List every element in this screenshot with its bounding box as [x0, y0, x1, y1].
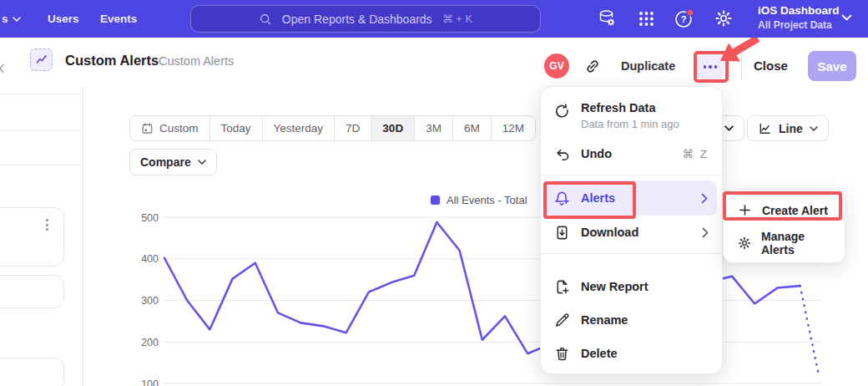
left-sidebar-panel: [0, 88, 83, 386]
menu-item-rename[interactable]: Rename: [541, 303, 722, 337]
chevron-right-icon: [702, 227, 709, 238]
chart-legend: All Events - Total: [431, 194, 527, 206]
share-link-icon[interactable]: [583, 58, 602, 74]
header-divider: [741, 53, 742, 80]
submenu-item-create-alert[interactable]: Create Alert: [724, 194, 845, 226]
more-options-button[interactable]: [697, 54, 724, 79]
svg-text:?: ?: [681, 14, 687, 24]
panel-divider: [0, 94, 81, 94]
avatar[interactable]: GV: [544, 53, 569, 79]
settings-gear-icon[interactable]: [713, 8, 734, 29]
compare-button[interactable]: Compare: [129, 149, 217, 175]
menu-item-label: Refresh Data: [581, 101, 679, 114]
range-30d-selected[interactable]: 30D: [371, 116, 415, 140]
submenu-item-label: Create Alert: [762, 204, 828, 217]
range-7d[interactable]: 7D: [335, 116, 371, 140]
undo-shortcut: ⌘ Z: [683, 147, 709, 160]
gear-icon: [737, 235, 752, 251]
apps-grid-icon[interactable]: [635, 8, 657, 29]
y-tick-label: 100: [141, 378, 159, 386]
nav-item-events[interactable]: Events: [100, 0, 137, 38]
range-12m[interactable]: 12M: [492, 116, 535, 140]
kebab-menu-icon[interactable]: [46, 219, 48, 231]
help-icon[interactable]: ?: [674, 8, 695, 29]
range-today[interactable]: Today: [210, 116, 263, 140]
breadcrumb: Custom Alerts: [159, 54, 234, 68]
range-custom[interactable]: Custom: [130, 116, 210, 140]
range-label: Custom: [159, 122, 199, 135]
alert-card[interactable]: [0, 358, 64, 386]
project-switcher[interactable]: iOS Dashboard All Project Data: [758, 4, 840, 32]
global-search-input[interactable]: Open Reports & Dashboards ⌘ + K: [190, 5, 541, 33]
new-report-icon: [553, 278, 570, 295]
data-management-icon[interactable]: [596, 8, 618, 29]
report-header: Custom Alerts Custom Alerts GV Duplicate…: [0, 38, 868, 88]
refresh-icon: [553, 103, 570, 119]
alert-card[interactable]: [0, 275, 64, 308]
download-icon: [553, 224, 570, 241]
alert-card[interactable]: [0, 207, 64, 267]
y-tick-label: 500: [141, 212, 159, 224]
legend-swatch: [431, 196, 440, 205]
page-title: Custom Alerts: [65, 53, 159, 69]
y-tick-label: 400: [141, 253, 159, 265]
panel-divider: [0, 165, 83, 165]
save-button[interactable]: Save: [808, 51, 856, 81]
menu-item-alerts[interactable]: Alerts: [546, 180, 717, 216]
chevron-down-icon: [198, 160, 206, 165]
line-chart-icon: [758, 122, 772, 135]
menu-item-label: Delete: [581, 347, 618, 360]
search-shortcut: ⌘ + K: [442, 13, 473, 25]
duplicate-button[interactable]: Duplicate: [621, 59, 675, 73]
menu-item-label: Undo: [581, 147, 612, 160]
alerts-submenu: Create Alert Manage Alerts: [723, 189, 845, 263]
calendar-icon: [141, 122, 154, 135]
refresh-subtitle: Data from 1 min ago: [581, 118, 679, 130]
chart-line-projection-dotted: [800, 286, 819, 375]
plus-icon: [737, 202, 753, 218]
date-range-control: Custom Today Yesterday 7D 30D 3M 6M 12M: [129, 115, 536, 141]
panel-divider: [0, 130, 81, 131]
search-placeholder: Open Reports & Dashboards: [282, 13, 432, 26]
chart-type-label: Line: [779, 122, 803, 135]
trash-icon: [553, 345, 570, 362]
top-navbar: s Users Events Open Reports & Dashboards…: [0, 0, 868, 38]
nav-item-users[interactable]: Users: [48, 0, 79, 38]
report-icon: [30, 48, 53, 71]
chart-type-button[interactable]: Line: [747, 115, 829, 141]
range-3m[interactable]: 3M: [415, 116, 453, 140]
context-menu: Refresh Data Data from 1 min ago Undo ⌘ …: [540, 86, 723, 374]
project-scope: All Project Data: [758, 19, 840, 31]
search-icon: [259, 13, 272, 26]
chevron-down-icon: [810, 126, 818, 131]
cut-chevron-icon: [0, 63, 4, 74]
menu-item-label: Download: [581, 226, 638, 239]
pencil-icon: [553, 312, 570, 328]
menu-item-undo[interactable]: Undo ⌘ Z: [541, 137, 722, 170]
alert-bell-icon: [553, 190, 570, 206]
menu-item-label: Alerts: [581, 191, 615, 205]
chevron-down-icon: [724, 125, 734, 131]
submenu-item-label: Manage Alerts: [761, 230, 836, 256]
submenu-item-manage-alerts[interactable]: Manage Alerts: [724, 226, 845, 259]
nav-item-cut-label: s: [2, 13, 8, 25]
menu-item-label: New Report: [581, 280, 648, 293]
menu-item-refresh-data[interactable]: Refresh Data Data from 1 min ago: [541, 97, 722, 137]
dashboard-name: iOS Dashboard: [758, 4, 840, 18]
menu-item-download[interactable]: Download: [541, 216, 722, 249]
nav-item-cut[interactable]: s: [2, 0, 21, 38]
undo-icon: [553, 145, 570, 162]
y-tick-label: 200: [141, 337, 159, 348]
range-6m[interactable]: 6M: [453, 116, 492, 140]
range-yesterday[interactable]: Yesterday: [263, 116, 336, 140]
legend-label: All Events - Total: [447, 194, 527, 206]
chevron-down-icon[interactable]: [841, 14, 852, 21]
menu-divider: [541, 253, 722, 254]
menu-item-new-report[interactable]: New Report: [541, 270, 722, 303]
menu-item-delete[interactable]: Delete: [541, 337, 722, 370]
y-tick-label: 300: [141, 295, 159, 307]
compare-label: Compare: [140, 155, 191, 169]
close-button[interactable]: Close: [754, 58, 788, 73]
chevron-right-icon: [701, 193, 708, 204]
menu-item-label: Rename: [581, 313, 628, 327]
